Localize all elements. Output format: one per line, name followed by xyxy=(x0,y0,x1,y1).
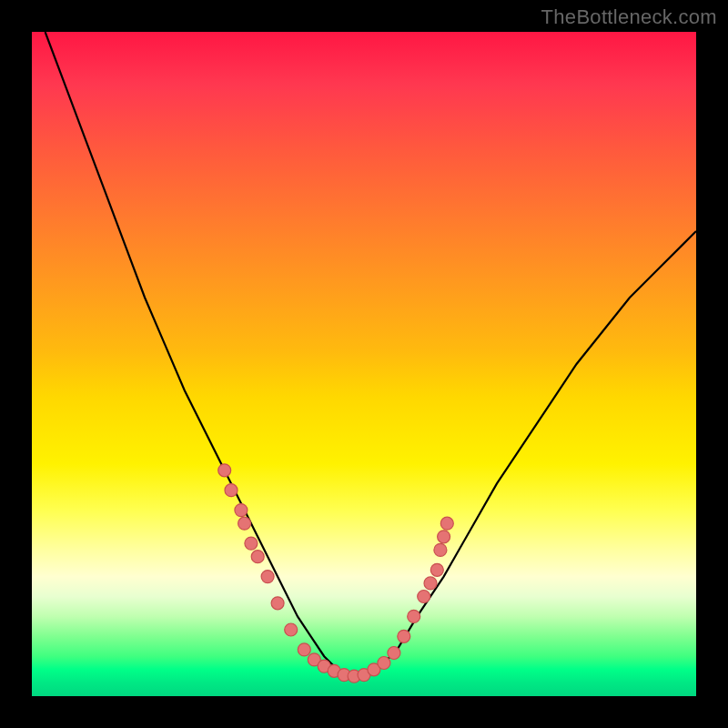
chart-background xyxy=(32,32,696,696)
watermark-text: TheBottleneck.com xyxy=(541,5,717,29)
